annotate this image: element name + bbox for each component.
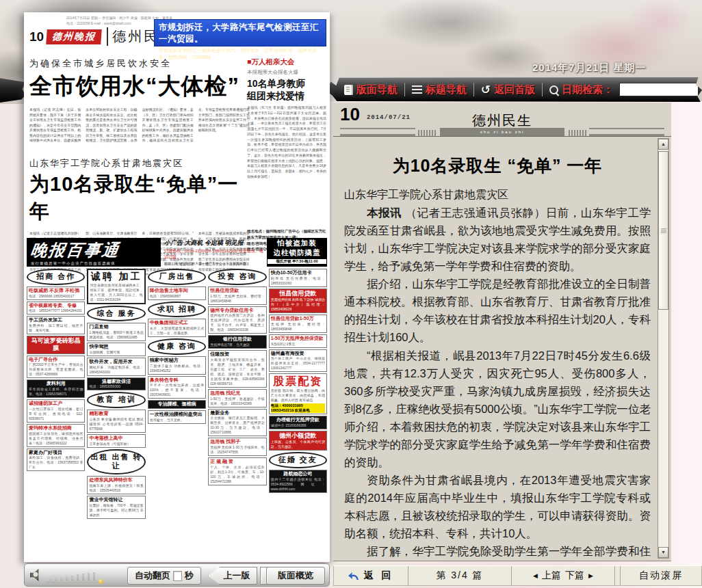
- ad-detail: 电话：2966666 18505400017: [29, 294, 83, 299]
- classified-ad: 中铁集团招正式工 央企，大型国有建筑集团招聘正式工，五险一金，待遇优厚。: [148, 319, 206, 337]
- ad-title: 厂房出售: [149, 272, 205, 282]
- rule-segment: [340, 128, 415, 136]
- newspaper-page-image: 2014年7月21日 星期一 责任编辑：阎少平 美编：陈晓锋 文校：董亚奇 电话…: [24, 12, 330, 562]
- classifieds-column-4: 投资 咨询 恒昌信用贷款 1-50万，无抵押 无担保。曹经理：186534598…: [208, 269, 266, 559]
- page-navigation-button[interactable]: 版面导航: [344, 83, 398, 96]
- ad-title: 废料利用: [29, 381, 83, 387]
- classified-ad: 专治腰椎、颈椎病: [148, 400, 206, 409]
- article-water-check[interactable]: 为确保全市城乡居民饮水安全 全市饮用水“大体检” 本报讯（记者 宋志锋）近日，按…: [29, 57, 250, 161]
- classified-ad: 诚聘 加工 河北省廊坊香河家具城诚聘木工、组装工等，提供食宿，现款结算，收入可观…: [87, 269, 145, 304]
- previous-page-button[interactable]: 上一版: [208, 567, 257, 585]
- volume-slider[interactable]: [48, 571, 101, 583]
- volume-handle[interactable]: [99, 579, 103, 584]
- auto-scroll-button[interactable]: 自动滚屏: [620, 566, 701, 585]
- seconds-input[interactable]: [173, 571, 182, 581]
- ad-title: 正 规 融 资: [210, 459, 264, 465]
- scrollbar-thumb[interactable]: [658, 151, 668, 310]
- reader-page-number: 10: [340, 105, 360, 123]
- scroll-up-button[interactable]: ▲: [658, 139, 668, 150]
- ad-detail: 二胎求子秘方 功效极高。电话：15965345252: [150, 364, 204, 373]
- ad-title: 路航婚恋公司: [271, 471, 325, 477]
- ad-title: 爱玛特净水系统招商: [29, 425, 83, 431]
- ad-title: 健康 咨询: [149, 342, 205, 351]
- ad-detail: 全国联网，官网可查: [89, 350, 143, 355]
- ad-detail: 公务员 事业编 教师招考 笔试 面试辅导班 公考培训第一品牌 0534-6775…: [89, 417, 143, 431]
- rule-hatch: [418, 130, 436, 136]
- ad-detail: 无抵押 无担保。曹经理：18653459848: [271, 322, 325, 332]
- ad-detail: 无抵押低息7厘，当天放款: [210, 343, 264, 347]
- classified-ad: 德州鑫有海投资 为个体工商户、中小企业、城镇居民提供资金支持。0534-2177…: [269, 349, 327, 373]
- reader-header: 10 2014/07/21 德州民生 shu zi bao zhi: [333, 103, 671, 137]
- speaker-icon[interactable]: [30, 569, 44, 581]
- ad-title: 马可波罗瓷砖彩晶膜: [29, 337, 83, 353]
- classified-ad: 德州专办贷款信用卡 德州地区代办房屋二次贷款，各种无抵押贷款，代办信用卡、房贷卡…: [208, 306, 266, 334]
- classified-ad: 佳隆投资 大额资金平稳投资项目合作，投资、期货、土地开发、楼盘开发、在建工程、矿…: [208, 350, 266, 388]
- classified-ad: 急用钱 找纪兄 1-50万，无抵押，急速放款，手续简单。电话：180033420…: [208, 389, 266, 407]
- classified-ad: 急用钱 找郭子 无抵押 无担保 1-30万 手续简单。电话：1525474755…: [208, 438, 266, 456]
- classified-ad: 恒昌信用贷款 无需抵押担保 利率低 下款快 诚招合作！（非中介）陈经理：1585…: [269, 289, 327, 313]
- ad-title: 德州专办贷款信用卡: [210, 308, 264, 314]
- classifieds-brand-box: 晚报百事通 发行量稳居第一中小企业广告投放首选媒体: [27, 238, 161, 267]
- page-overview-button[interactable]: 版面概览: [266, 567, 325, 585]
- ad-title: 快学驾照: [89, 344, 143, 350]
- scrollbar-grip: [661, 228, 666, 233]
- page-control-bar: 自动翻页 秒 上一版 下一版 版面概览: [24, 563, 330, 587]
- classified-ad: 手工活外发加工 免费供料，加工费日结，地区不限，真实可靠。: [27, 316, 85, 334]
- toolbar-divider: [542, 83, 543, 96]
- classified-ad: 软件开发，应用开发 网站开发，功能定制开发。电话：18645343000: [87, 358, 145, 376]
- previous-article-arrow-icon[interactable]: ◀: [533, 572, 538, 579]
- sidebar-body: 本报讯（实习生 李俊霞）德州晚报第四届万人相亲大会将于8月1日—3日在德州董子文…: [247, 105, 326, 227]
- back-to-front-page-button[interactable]: ↺ 返回首版: [481, 83, 535, 96]
- classified-ad: 降价急售土地车间 电话：15965960887: [148, 286, 206, 300]
- ad-title: 温馨家政保洁: [89, 379, 143, 385]
- classified-ad: 路航婚恋公司 德州十二年婚介连锁单位 电话：0534-8922566 网址：ww…: [269, 470, 327, 493]
- classified-ad: 教育 培训: [87, 392, 145, 408]
- article-paragraph: “根据相关报道，岷县2013年7月22日7时45分发生6.6级地震，共有12.3…: [344, 347, 651, 471]
- ad-detail: 不手术一次性根治鼻炎，治愈率100%，绝不复发。电话：15053406831: [150, 383, 204, 397]
- article1-kicker: 为确保全市城乡居民饮水安全: [29, 57, 250, 70]
- title-navigation-button[interactable]: 标题导航: [412, 83, 467, 96]
- ad-detail: 1-50万，无抵押，急速放款，手续简单。电话：18003342089: [210, 397, 264, 406]
- next-article-button[interactable]: 下篇: [565, 570, 584, 582]
- classified-ad: 恒昌信用贷款1-50万 无抵押 无担保。曹经理：18653459848: [269, 315, 327, 333]
- ad-detail: 电话：18953059300: [89, 384, 143, 389]
- classified-ad: 股票配资 您炒股 我出钱，双方通过协商，由乙方出大量资金，由您操盘，实现双赢。德…: [269, 373, 327, 414]
- ad-detail: 德国精工全球领先，诚招德州地区各县市代理商、经销商、业务代表！电话：159659…: [29, 431, 83, 446]
- back-button[interactable]: 返 回: [334, 566, 408, 585]
- paragraph-text: 据了解，华宇工学院免除受助学生第一学年全部学费和住宿费，第二学年及以后的费用由学…: [344, 545, 651, 561]
- back-label: 返 回: [364, 570, 394, 582]
- article-matchmaking[interactable]: ■万人相亲大会 本报相亲大会报名火爆 10名单身教师 组团来找爱情 本报讯（实习…: [247, 57, 326, 252]
- main-toolbar: 版面导航 标题导航 ↺ 返回首版 日期检索： ▼: [326, 77, 702, 102]
- article-counter-label: 第 3/4 篇: [436, 570, 483, 582]
- paragraph-lead: 本报讯: [367, 206, 402, 219]
- ad-detail: 电话：15965960887: [150, 294, 204, 299]
- article-control-bar: 返 回 第 3/4 篇 ◀ 上篇 下篇 ▶ 自动滚屏: [333, 565, 702, 586]
- classifieds-section[interactable]: 晚报百事通 发行量稳居第一中小企业广告投放首选媒体 小广告 大商机 今定稿 明见…: [27, 238, 327, 559]
- previous-article-button[interactable]: 上篇: [542, 570, 561, 582]
- classified-ad: 废料利用 常年回收化工废料、库存积压物资。电话：13953398071: [27, 379, 85, 398]
- next-article-arrow-icon[interactable]: ▶: [588, 572, 593, 579]
- ad-title: 中铁集团招正式工: [150, 320, 204, 326]
- ad-detail: 您炒股 我出钱，双方通过协商，由乙方出大量资金，由您操盘，实现双赢。德州人经营 …: [271, 388, 325, 403]
- scroll-down-button[interactable]: ▼: [658, 547, 668, 558]
- ad-title: 招商 合作: [28, 272, 83, 282]
- ad-title: 1-50万无抵押免担保贷款: [271, 336, 325, 342]
- reader-date: 2014/07/21: [367, 114, 411, 123]
- top-ad-banner[interactable]: 市规划拆迁，大学路汽车尾气检测迁至汇一汽贸园。 交警支队车管所汇一服务站全年周六…: [154, 19, 326, 46]
- ad-title: 手工活外发加工: [29, 317, 83, 323]
- classified-ad: 德州小额贷款 上班族、公务员、个体商户均可贷款，当天放款。: [269, 431, 327, 451]
- ad-title: 雀中棋麻将专卖、专修: [29, 303, 83, 309]
- ad-detail: 一次性口罩加工，现金结账，签订常年合同。咨询电话：022-60938071: [29, 407, 83, 421]
- ad-title: 快办10-50万信用卡: [271, 270, 325, 276]
- article-scrollbar[interactable]: ▲ ▼: [658, 138, 669, 559]
- classifieds-brand-subline: 发行量稳居第一中小企业广告投放首选媒体: [27, 261, 161, 266]
- paragraph-text: “根据相关报道，岷县2013年7月22日7时45分发生6.6级地震，共有12.3…: [344, 349, 651, 468]
- ad-title: 降价急售土地车间: [150, 288, 204, 294]
- date-search-input[interactable]: [619, 83, 699, 96]
- auto-flip-label: 自动翻页: [135, 570, 170, 582]
- ad-detail: 1.网络机顶盒，看600个频道 2.各品牌遥控器。电话：15806811685: [89, 330, 143, 340]
- previous-page-label: 上一版: [224, 570, 250, 582]
- auto-flip-button[interactable]: 自动翻页 秒: [127, 567, 201, 585]
- classified-ad: 鼻炎特色专科 不手术一次性根治鼻炎，治愈率100%，绝不复发。电话：150534…: [148, 376, 206, 399]
- article-paragraph: 资助条件为甘肃省岷县境内，在2013年遭受地震灾害家庭的2014年应届高中毕业生…: [344, 471, 651, 542]
